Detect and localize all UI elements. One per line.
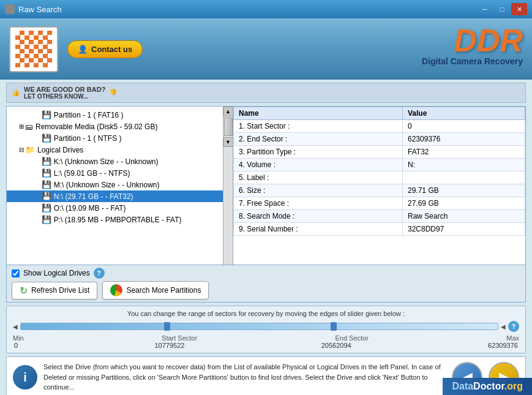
tree-scrollbar[interactable]: ▲ ▼ xyxy=(223,107,233,265)
props-row: 4. Volume :N: xyxy=(234,159,525,171)
header: 👤 Contact us DDR Digital Camera Recovery xyxy=(0,18,532,80)
slider-section: You can change the range of sectors for … xyxy=(6,306,526,353)
props-row: 7. Free Space :27.69 GB xyxy=(234,197,525,210)
contact-btn-label: Contact us xyxy=(91,45,132,54)
scroll-up-arrow[interactable]: ▲ xyxy=(223,107,233,116)
window-title: Raw Search xyxy=(18,5,62,14)
prop-value: FAT32 xyxy=(403,146,525,159)
prop-value: 62309376 xyxy=(403,133,525,146)
props-panel: Name Value 1. Start Sector :02. End Sect… xyxy=(233,107,525,265)
tree-scroll-area[interactable]: ·💾Partition - 1 ( FAT16 )⊞🖴Removable Med… xyxy=(7,107,233,265)
props-row: 1. Start Sector :0 xyxy=(234,120,525,133)
props-row: 3. Partition Type :FAT32 xyxy=(234,146,525,159)
tree-item[interactable]: ⊞🖴Removable Media (Disk5 - 59.02 GB) xyxy=(7,121,233,132)
slider-end-label: End Sector xyxy=(335,334,368,342)
logo-box xyxy=(9,26,58,72)
ddr-logo: DDR Digital Camera Recovery xyxy=(422,24,523,66)
slider-start-value: 10779522 xyxy=(154,342,184,349)
slider-min-value: 0 xyxy=(14,342,18,349)
tree-item[interactable]: ·💾M:\ (Unknown Size - - Unknown) xyxy=(7,179,233,190)
info-icon: i xyxy=(13,365,37,389)
logo-checker xyxy=(15,31,52,67)
props-row: 8. Search Mode :Raw Search xyxy=(234,210,525,223)
title-bar-left: Raw Search xyxy=(5,4,62,14)
slider-description: You can change the range of sectors for … xyxy=(13,310,519,317)
slider-labels: Min Start Sector End Sector Max xyxy=(13,334,519,342)
banner: 👍 WE ARE GOOD OR BAD? LET OTHERS KNOW...… xyxy=(6,83,526,103)
prop-value: N: xyxy=(403,159,525,171)
props-row: 9. Serial Number :32C8DD97 xyxy=(234,223,525,236)
slider-max-label: Max xyxy=(506,334,519,342)
slider-min-label: Min xyxy=(13,334,24,342)
minimize-button[interactable]: ─ xyxy=(477,3,493,15)
buttons-row: ↻ Refresh Drive List Search More Partiti… xyxy=(12,281,520,299)
tree-panel: ·💾Partition - 1 ( FAT16 )⊞🖴Removable Med… xyxy=(7,107,233,265)
search-more-partitions-button[interactable]: Search More Partitions xyxy=(102,281,209,299)
ddr-subtitle: Digital Camera Recovery xyxy=(422,56,523,66)
prop-name: 9. Serial Number : xyxy=(234,223,403,236)
prop-name: 8. Search Mode : xyxy=(234,210,403,223)
show-logical-drives-label: Show Logical Drives xyxy=(23,269,90,277)
tree-item[interactable]: ·💾O:\ (19.09 MB - - FAT) xyxy=(7,202,233,214)
prop-name: 5. Label : xyxy=(234,171,403,184)
search-btn-label: Search More Partitions xyxy=(126,286,201,295)
app-icon xyxy=(5,4,15,14)
slider-handle-left[interactable] xyxy=(164,322,170,331)
prop-value xyxy=(403,171,525,184)
slider-track-row: ◀ ◀ ? xyxy=(13,321,519,332)
show-logical-drives-checkbox[interactable] xyxy=(12,269,20,277)
tree-item[interactable]: ·💾K:\ (Unknown Size - - Unknown) xyxy=(7,156,233,167)
tree-item[interactable]: ·💾Partition - 1 ( FAT16 ) xyxy=(7,109,233,121)
close-button[interactable]: ✕ xyxy=(511,3,527,15)
person-icon: 👤 xyxy=(78,45,88,54)
prop-name: 2. End Sector : xyxy=(234,133,403,146)
ddr-text: DDR xyxy=(422,24,523,56)
banner-text2: LET OTHERS KNOW... xyxy=(24,93,105,100)
refresh-icon: ↻ xyxy=(20,285,28,296)
checkbox-row: Show Logical Drives ? xyxy=(12,268,520,279)
prop-name: 1. Start Sector : xyxy=(234,120,403,133)
maximize-button[interactable]: □ xyxy=(494,3,510,15)
properties-table: Name Value 1. Start Sector :02. End Sect… xyxy=(233,107,525,236)
prop-name: 4. Volume : xyxy=(234,159,403,171)
slider-help-icon[interactable]: ? xyxy=(508,321,519,332)
pie-icon xyxy=(110,284,122,296)
prop-value: Raw Search xyxy=(403,210,525,223)
title-bar-controls: ─ □ ✕ xyxy=(477,3,527,15)
prop-value: 32C8DD97 xyxy=(403,223,525,236)
tree-item[interactable]: ·💾L:\ (59.01 GB - - NTFS) xyxy=(7,167,233,179)
slider-max-value: 62309376 xyxy=(488,342,518,349)
prop-value: 0 xyxy=(403,120,525,133)
slider-start-label: Start Sector xyxy=(162,334,197,342)
scroll-down-arrow[interactable]: ▼ xyxy=(223,137,233,147)
prop-value: 29.71 GB xyxy=(403,184,525,197)
banner-icon2: 👎 xyxy=(109,89,118,97)
col-value-header: Value xyxy=(403,107,525,120)
tree-item[interactable]: ·💾P:\ (18.95 MB - PMBPORTABLE - FAT) xyxy=(7,214,233,225)
info-text: Select the Drive (from which you want to… xyxy=(43,362,446,393)
prop-name: 7. Free Space : xyxy=(234,197,403,210)
refresh-drive-list-button[interactable]: ↻ Refresh Drive List xyxy=(12,282,97,299)
banner-text1: WE ARE GOOD OR BAD? xyxy=(24,86,105,93)
banner-icon: 👍 xyxy=(12,89,20,97)
tree-item[interactable]: ·💾N:\ (29.71 GB - - FAT32) xyxy=(7,190,233,202)
props-row: 5. Label : xyxy=(234,171,525,184)
info-icon-text: i xyxy=(23,371,27,385)
slider-track[interactable] xyxy=(20,323,498,330)
refresh-btn-label: Refresh Drive List xyxy=(31,286,89,295)
slider-end-value: 20562094 xyxy=(321,342,351,349)
tree-item[interactable]: ⊟📁Logical Drives xyxy=(7,144,233,156)
props-row: 6. Size :29.71 GB xyxy=(234,184,525,197)
prop-name: 6. Size : xyxy=(234,184,403,197)
main-content: ·💾Partition - 1 ( FAT16 )⊞🖴Removable Med… xyxy=(6,106,526,265)
col-name-header: Name xyxy=(234,107,403,120)
prop-value: 27.69 GB xyxy=(403,197,525,210)
slider-left-arrow: ◀ xyxy=(13,323,18,330)
tree-item[interactable]: ·💾Partition - 1 ( NTFS ) xyxy=(7,132,233,144)
help-icon[interactable]: ? xyxy=(94,268,105,279)
scroll-thumb[interactable] xyxy=(224,118,233,136)
contact-button[interactable]: 👤 Contact us xyxy=(67,40,143,58)
slider-right-arrow: ◀ xyxy=(501,323,506,330)
slider-handle-right[interactable] xyxy=(331,322,337,331)
slider-values: 0 10779522 20562094 62309376 xyxy=(13,342,519,349)
